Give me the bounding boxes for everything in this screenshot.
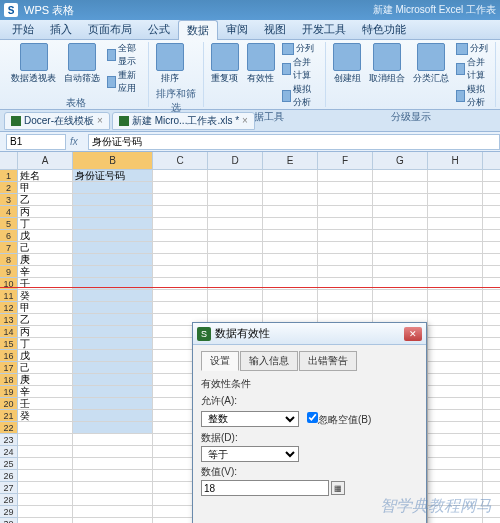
cell[interactable] — [73, 494, 153, 506]
cell[interactable] — [208, 170, 263, 182]
close-icon[interactable]: × — [242, 115, 248, 126]
ribbon-mini-button[interactable]: 全部显示 — [105, 42, 144, 68]
cell[interactable] — [428, 314, 483, 326]
cell[interactable] — [483, 494, 500, 506]
row-header[interactable]: 1 — [0, 170, 18, 182]
cell[interactable] — [263, 266, 318, 278]
ignore-blank-checkbox[interactable]: 忽略空值(B) — [307, 412, 371, 427]
cell[interactable] — [483, 302, 500, 314]
select-all-corner[interactable] — [0, 152, 18, 170]
cell[interactable] — [18, 458, 73, 470]
cell[interactable] — [73, 326, 153, 338]
cell[interactable] — [153, 230, 208, 242]
cell[interactable] — [263, 182, 318, 194]
ribbon-button[interactable]: 排序 — [153, 42, 187, 86]
cell[interactable] — [208, 230, 263, 242]
menu-tab-开发工具[interactable]: 开发工具 — [294, 20, 354, 39]
row-header[interactable]: 21 — [0, 410, 18, 422]
cell[interactable] — [428, 422, 483, 434]
cell[interactable] — [318, 242, 373, 254]
cell[interactable] — [18, 506, 73, 518]
cell[interactable] — [483, 386, 500, 398]
cell[interactable] — [263, 218, 318, 230]
cell[interactable]: 庚 — [18, 254, 73, 266]
cell[interactable] — [318, 170, 373, 182]
cell[interactable]: 丙 — [18, 206, 73, 218]
cell[interactable] — [73, 410, 153, 422]
cell[interactable] — [428, 494, 483, 506]
cell[interactable] — [428, 302, 483, 314]
cell[interactable] — [73, 374, 153, 386]
cell[interactable] — [428, 506, 483, 518]
cell[interactable] — [18, 494, 73, 506]
ribbon-mini-button[interactable]: 分列 — [454, 42, 491, 55]
cell[interactable] — [483, 362, 500, 374]
cell[interactable] — [208, 278, 263, 290]
cell[interactable] — [18, 434, 73, 446]
cell[interactable]: 甲 — [18, 182, 73, 194]
cell[interactable]: 丁 — [18, 218, 73, 230]
row-header[interactable]: 14 — [0, 326, 18, 338]
close-icon[interactable]: ✕ — [404, 327, 422, 341]
menu-tab-页面布局[interactable]: 页面布局 — [80, 20, 140, 39]
col-header-B[interactable]: B — [73, 152, 153, 170]
cell[interactable] — [483, 350, 500, 362]
col-header-D[interactable]: D — [208, 152, 263, 170]
cell[interactable] — [373, 278, 428, 290]
cell[interactable] — [483, 518, 500, 523]
cell[interactable] — [73, 182, 153, 194]
cell[interactable] — [318, 266, 373, 278]
cell[interactable] — [318, 290, 373, 302]
cell[interactable] — [483, 194, 500, 206]
col-header-H[interactable]: H — [428, 152, 483, 170]
cell[interactable] — [153, 170, 208, 182]
cell[interactable] — [428, 338, 483, 350]
cell[interactable]: 乙 — [18, 194, 73, 206]
cell[interactable] — [428, 266, 483, 278]
cell[interactable] — [153, 254, 208, 266]
cell[interactable] — [208, 194, 263, 206]
fx-icon[interactable]: fx — [70, 135, 84, 149]
spreadsheet-grid[interactable]: ABCDEFGHI 123456789101112131415161718192… — [0, 152, 500, 523]
cell[interactable] — [483, 422, 500, 434]
row-header[interactable]: 9 — [0, 266, 18, 278]
cell[interactable] — [153, 278, 208, 290]
cell[interactable] — [483, 338, 500, 350]
cell[interactable] — [263, 290, 318, 302]
cell[interactable] — [373, 194, 428, 206]
cell[interactable] — [153, 302, 208, 314]
col-header-F[interactable]: F — [318, 152, 373, 170]
cell[interactable] — [18, 482, 73, 494]
cell[interactable] — [318, 218, 373, 230]
name-box[interactable]: B1 — [6, 134, 66, 150]
cell[interactable] — [263, 278, 318, 290]
cell[interactable]: 戊 — [18, 230, 73, 242]
row-header[interactable]: 2 — [0, 182, 18, 194]
ribbon-mini-button[interactable]: 模拟分析 — [280, 83, 322, 109]
cell[interactable] — [73, 398, 153, 410]
cell[interactable] — [208, 206, 263, 218]
cell[interactable] — [483, 170, 500, 182]
cell[interactable] — [428, 254, 483, 266]
cell[interactable] — [18, 446, 73, 458]
menu-tab-插入[interactable]: 插入 — [42, 20, 80, 39]
cell[interactable] — [208, 242, 263, 254]
cell[interactable] — [373, 242, 428, 254]
col-header-I[interactable]: I — [483, 152, 500, 170]
cell[interactable]: 身份证号码 — [73, 170, 153, 182]
row-header[interactable]: 22 — [0, 422, 18, 434]
cell[interactable]: 辛 — [18, 266, 73, 278]
allow-select[interactable]: 整数 — [201, 411, 299, 427]
cell[interactable]: 甲 — [18, 302, 73, 314]
cell[interactable] — [263, 194, 318, 206]
row-header[interactable]: 27 — [0, 482, 18, 494]
cell[interactable] — [73, 194, 153, 206]
cell[interactable] — [318, 278, 373, 290]
cell[interactable] — [428, 398, 483, 410]
cell[interactable] — [373, 254, 428, 266]
cell[interactable] — [153, 206, 208, 218]
cell[interactable]: 姓名 — [18, 170, 73, 182]
close-icon[interactable]: × — [97, 115, 103, 126]
cell[interactable] — [428, 206, 483, 218]
cell[interactable] — [73, 254, 153, 266]
